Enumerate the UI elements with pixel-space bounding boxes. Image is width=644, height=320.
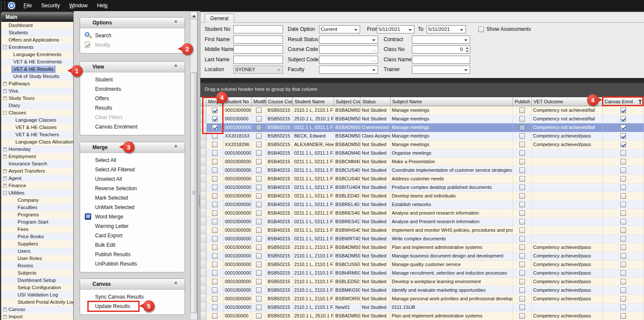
cell-student-name[interactable]: 0311.1 L, 0311.1 F [293, 123, 334, 132]
sidebar-item-usi-validation-log[interactable]: USI Validation Log [1, 291, 73, 299]
cell-course-code[interactable]: BSB40215 [266, 158, 293, 166]
canvas-enrol-checkbox[interactable] [620, 159, 626, 164]
canvas-enrol-checkbox[interactable] [620, 150, 626, 156]
cell-vet-outcome[interactable]: Competency not achieved/fail [532, 106, 603, 115]
table-row[interactable]: 0001000000BSB402150211.1 L, 0211.1 FBSBA… [200, 149, 644, 158]
action-bulk-edit[interactable]: Bulk Edit [80, 240, 185, 250]
cell-status[interactable]: Not Studied [361, 158, 391, 166]
publish-checkbox[interactable] [519, 202, 525, 207]
first-name-input[interactable] [233, 36, 283, 44]
cell-subject-name[interactable]: Manage meetings [391, 132, 513, 141]
publish-checkbox[interactable] [519, 245, 525, 250]
cell-status[interactable]: Not Studied [361, 175, 391, 183]
sidebar-item-setup-configuration[interactable]: Setup Configuration [1, 284, 73, 291]
canvas-enrol-checkbox[interactable] [620, 193, 626, 199]
cell-status[interactable]: Not Studied [361, 218, 391, 226]
cell-status[interactable]: Commenced [361, 123, 391, 132]
cell-course-code[interactable]: BSB50215 [266, 312, 293, 320]
action-update-results[interactable]: Update Results [80, 302, 185, 311]
cell-vet-outcome[interactable] [532, 200, 603, 209]
cell-student-no[interactable]: 0001000000 [224, 218, 252, 226]
sidebar-item-vet-he-classes[interactable]: VET & HE Classes [1, 124, 73, 131]
cell-status[interactable]: Not Studied [361, 141, 391, 149]
table-row[interactable]: 0001000000BSB402150211.1 L, 0211.1 FBSBC… [200, 175, 644, 183]
expand-icon[interactable]: + [3, 89, 7, 93]
sidebar-item-offers-and-applications[interactable]: Offers and Applications [1, 36, 73, 44]
modified-checkbox[interactable] [256, 116, 262, 122]
merge-checkbox[interactable] [212, 296, 218, 302]
cell-status[interactable]: Not Studied [361, 166, 391, 175]
expand-icon[interactable]: + [3, 308, 7, 311]
cell-subject-code[interactable]: BSBCUS402 [334, 175, 361, 183]
cell-student-no[interactable]: 0001000000 [224, 226, 252, 235]
cell-subject-code[interactable]: BSBCUS501 [334, 260, 361, 269]
table-row[interactable]: 0001000000BSB502152110.1 L, 2110.1 FBSBH… [200, 269, 644, 278]
sidebar-item-vet-he-teachers[interactable]: VET & HE Teachers [1, 131, 73, 138]
sidebar-item-insurance-search[interactable]: Insurance Search [1, 160, 73, 167]
cell-student-name[interactable]: 0211.1 L, 0211.1 F [293, 209, 334, 218]
publish-checkbox[interactable] [519, 150, 525, 156]
sidebar-item-finance[interactable]: +Finance [1, 182, 73, 189]
sidebar-item-students[interactable]: Students [1, 29, 73, 36]
action-enrolments[interactable]: Enrolments [80, 84, 185, 94]
cell-student-no[interactable]: 0001000000 [224, 235, 252, 243]
cell-course-code[interactable]: BSB50215 [266, 303, 293, 312]
cell-subject-name[interactable]: Write complex documents [391, 235, 513, 243]
cell-subject-name[interactable]: Identify and evaluate marketing opportun… [391, 286, 513, 295]
expand-icon[interactable]: + [3, 155, 7, 159]
cell-status[interactable]: Not Studied [361, 252, 391, 260]
cell-subject-code[interactable]: BSBWHS401 [334, 226, 361, 235]
sidebar-item-language-class-allocation[interactable]: Language Class Allocation [1, 138, 73, 146]
cell-student-name[interactable]: 0211.1 L, 0211.1 F [293, 200, 334, 209]
table-row[interactable]: 0001000000BSB502152110.1 L, 2110.1 FBSBL… [200, 278, 644, 286]
cell-student-no[interactable]: 000100000 [224, 115, 252, 123]
cell-subject-name[interactable]: Manage recruitment, selection and induct… [391, 269, 513, 278]
table-row[interactable]: 0001000000BSB502152110.1 L, 2110.1 FBSBW… [200, 295, 644, 303]
canvas-enrol-checkbox[interactable] [620, 305, 626, 310]
modified-checkbox[interactable] [256, 270, 262, 276]
sidebar-item-fees[interactable]: Fees [1, 226, 73, 233]
cell-student-no[interactable]: 0001000000 [224, 243, 252, 252]
modified-checkbox[interactable] [256, 108, 262, 113]
cell-vet-outcome[interactable] [532, 183, 603, 192]
cell-subject-name[interactable]: Establish networks [391, 200, 513, 209]
canvas-enrol-checkbox[interactable] [620, 176, 626, 182]
modified-checkbox[interactable] [256, 133, 262, 139]
column-header-course-code[interactable]: Course Code [266, 97, 293, 106]
sidebar-item-enrolments[interactable]: -Enrolments [1, 44, 73, 51]
canvas-enrol-checkbox[interactable] [620, 210, 626, 216]
modified-checkbox[interactable] [256, 219, 262, 224]
publish-checkbox[interactable] [519, 279, 525, 284]
table-row[interactable]: 0001000000BSB402150211.1 L, 0211.1 FBSBC… [200, 158, 644, 166]
sidebar-item-utilities[interactable]: -Utilities [1, 189, 73, 197]
cell-student-no[interactable]: 0001000000 [224, 166, 252, 175]
sidebar-item-airport-transfers[interactable]: +Airport Transfers [1, 167, 73, 175]
collapse-icon[interactable]: - [3, 45, 7, 49]
sidebar-item-import[interactable]: +Import [1, 313, 73, 320]
cell-status[interactable]: Not Studied [361, 286, 391, 295]
cell-status[interactable]: Not Studied [361, 303, 391, 312]
cell-vet-outcome[interactable]: Competency achieved/pass [532, 278, 603, 286]
sidebar-item-language-classes[interactable]: Language Classes [1, 117, 73, 124]
student-no-input[interactable] [233, 25, 283, 33]
publish-checkbox[interactable] [519, 210, 525, 216]
sidebar-item-diary[interactable]: Diary [1, 102, 73, 109]
sidebar-item-faculties[interactable]: Faculties [1, 204, 73, 211]
cell-subject-name[interactable]: Analyse and present research information [391, 209, 513, 218]
modified-checkbox[interactable] [256, 176, 262, 182]
cell-status[interactable]: Not Studied [361, 312, 391, 320]
column-header-modified[interactable]: Modified [252, 97, 266, 106]
cell-student-no[interactable]: 0001000000 [224, 252, 252, 260]
merge-checkbox[interactable] [212, 167, 218, 173]
action-word-merge[interactable]: WWord Merge [80, 212, 185, 221]
modified-checkbox[interactable] [256, 227, 262, 233]
class-no-stepper[interactable]: 0 [412, 45, 470, 54]
panel-scrollbar[interactable] [190, 12, 197, 320]
cell-subject-code[interactable]: BSBRES401 [334, 209, 361, 218]
action-results[interactable]: Results [80, 103, 185, 113]
cell-course-code[interactable]: BSB40215 [266, 192, 293, 200]
cell-student-name[interactable]: 0211.1 L, 0211.1 F [293, 192, 334, 200]
cell-student-name[interactable]: 2110.1 L, 2110.1 F [293, 295, 334, 303]
cell-student-name[interactable]: 2110.1 L, 2110.1 F [293, 286, 334, 295]
cell-vet-outcome[interactable]: Competency achieved/pass [532, 243, 603, 252]
